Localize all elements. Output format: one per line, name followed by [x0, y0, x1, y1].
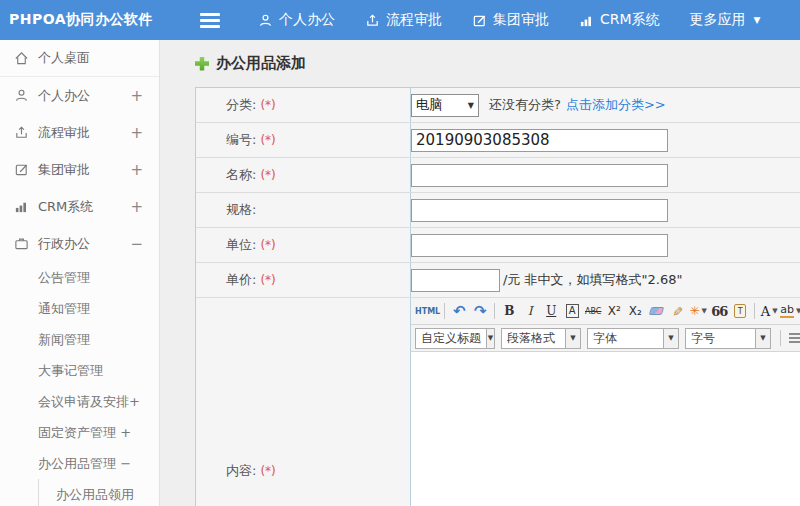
- expand-indicator: +: [130, 198, 143, 216]
- font-size-dropdown[interactable]: 字号▼: [685, 328, 771, 349]
- underline-button[interactable]: U: [541, 301, 561, 322]
- autotypeset-button[interactable]: ✳▼: [688, 301, 708, 322]
- sidebar-item-admin-office[interactable]: 行政办公 −: [0, 225, 159, 262]
- spec-input[interactable]: [411, 199, 668, 222]
- main-content: 办公用品添加 分类: (*) 电脑 ▼ 还没有分类? 点击添加分类>> 编号: …: [160, 40, 800, 506]
- eraser-icon: [648, 307, 664, 315]
- toolbar-separator: [494, 303, 495, 319]
- nav-group-approval[interactable]: 集团审批: [472, 11, 549, 29]
- form-row-spec: 规格:: [196, 193, 800, 228]
- sidebar-subitem-office-supplies[interactable]: 办公用品管理 −: [0, 448, 159, 479]
- category-select[interactable]: 电脑 ▼: [411, 94, 479, 117]
- code-input[interactable]: [411, 129, 668, 152]
- align-left-button[interactable]: [785, 328, 800, 349]
- highlight-color-button[interactable]: ab▼: [780, 301, 800, 322]
- paragraph-format-dropdown[interactable]: 段落格式▼: [501, 328, 581, 349]
- app-logo[interactable]: PHPOA协同办公软件: [0, 11, 162, 29]
- expand-indicator: +: [130, 124, 143, 142]
- sidebar-item-label: 个人桌面: [38, 49, 143, 67]
- dropdown-label: 段落格式: [502, 330, 565, 347]
- sidebar-item-process-approval[interactable]: 流程审批 +: [0, 114, 159, 151]
- nav-process-approval[interactable]: 流程审批: [365, 11, 442, 29]
- eraser-button[interactable]: [646, 301, 666, 322]
- field-label: 编号:: [226, 131, 256, 149]
- form-row-unit: 单位: (*): [196, 228, 800, 263]
- caret-down-icon: ▼: [468, 101, 474, 110]
- sidebar-item-group-approval[interactable]: 集团审批 +: [0, 151, 159, 188]
- sidebar-item-desktop[interactable]: 个人桌面: [0, 40, 159, 77]
- sidebar-subitem-announcement[interactable]: 公告管理: [0, 262, 159, 293]
- unit-field: [411, 228, 800, 262]
- sidebar-item-label: 流程审批: [38, 124, 130, 142]
- expand-indicator: −: [130, 235, 143, 253]
- spec-field: [411, 193, 800, 227]
- nav-more-apps[interactable]: 更多应用 ▼: [690, 11, 761, 29]
- sidebar-subitem-events[interactable]: 大事记管理: [0, 355, 159, 386]
- custom-title-dropdown[interactable]: 自定义标题▼: [415, 328, 495, 349]
- name-input[interactable]: [411, 164, 668, 187]
- nav-label: 更多应用: [690, 11, 746, 29]
- sidebar-subitem-fixed-assets[interactable]: 固定资产管理 +: [0, 417, 159, 448]
- process-icon: [365, 13, 380, 28]
- category-field: 电脑 ▼ 还没有分类? 点击添加分类>>: [411, 88, 800, 122]
- superscript-button[interactable]: X²: [604, 301, 624, 322]
- form-row-category: 分类: (*) 电脑 ▼ 还没有分类? 点击添加分类>>: [196, 88, 800, 123]
- font-color-button[interactable]: A▼: [759, 301, 779, 322]
- font-family-dropdown[interactable]: 字体▼: [587, 328, 679, 349]
- redo-icon[interactable]: ↷: [470, 301, 490, 322]
- form-row-code: 编号: (*): [196, 123, 800, 158]
- content-editor: HTML ↶ ↷ B I U A ABC X² X₂ ✎ ✳▼ 66 T: [411, 298, 800, 506]
- sidebar-item-crm[interactable]: CRM系统 +: [0, 188, 159, 225]
- field-label: 单位:: [226, 236, 256, 254]
- subscript-button[interactable]: X₂: [625, 301, 645, 322]
- nav-label: 集团审批: [493, 11, 549, 29]
- sidebar-item-personal-office[interactable]: 个人办公 +: [0, 77, 159, 114]
- caret-down-icon: ▼: [796, 307, 800, 315]
- caret-down-icon: ▼: [772, 307, 777, 315]
- submenu-label: 新闻管理: [38, 331, 90, 349]
- bold-button[interactable]: B: [499, 301, 519, 322]
- submenu-label: 通知管理: [38, 300, 90, 318]
- sidebar-subitem-meeting[interactable]: 会议申请及安排+: [0, 386, 159, 417]
- required-mark: (*): [260, 238, 275, 252]
- unit-input[interactable]: [411, 234, 668, 257]
- edit-icon: [14, 162, 29, 177]
- dropdown-label: 字体: [588, 330, 663, 347]
- person-icon: [258, 13, 273, 28]
- required-mark: (*): [260, 98, 275, 112]
- blockquote-button[interactable]: 66: [709, 301, 729, 322]
- form-row-content: 内容: (*) HTML ↶ ↷ B I U A ABC X² X₂: [196, 298, 800, 506]
- nav-personal-office[interactable]: 个人办公: [258, 11, 335, 29]
- italic-button[interactable]: I: [520, 301, 540, 322]
- sidebar-item-label: CRM系统: [38, 198, 130, 216]
- code-field: [411, 123, 800, 157]
- format-painter-button[interactable]: ✎: [667, 301, 688, 321]
- align-left-icon: [789, 333, 800, 343]
- editor-text-area[interactable]: [411, 352, 800, 506]
- price-label: 单价: (*): [196, 263, 411, 297]
- sidebar-subitem-supplies-claim[interactable]: 办公用品领用: [39, 479, 159, 506]
- magic-wand-icon: ✳: [689, 304, 699, 318]
- spec-label: 规格:: [196, 193, 411, 227]
- paste-text-button[interactable]: T: [730, 301, 750, 322]
- sidebar-item-label: 行政办公: [38, 235, 130, 253]
- menu-toggle-icon[interactable]: [200, 13, 220, 28]
- caret-down-icon: ▼: [565, 329, 580, 348]
- html-source-button[interactable]: HTML: [415, 301, 440, 322]
- sidebar-subitem-notice[interactable]: 通知管理: [0, 293, 159, 324]
- strikethrough-button[interactable]: ABC: [583, 301, 603, 322]
- top-navigation: 个人办公 流程审批 集团审批 CRM系统 更多应用 ▼: [258, 11, 761, 29]
- supply-add-form: 分类: (*) 电脑 ▼ 还没有分类? 点击添加分类>> 编号: (*): [195, 87, 800, 506]
- chart-icon: [14, 199, 29, 214]
- add-category-link[interactable]: 点击添加分类>>: [566, 96, 666, 114]
- sidebar-subitem-news[interactable]: 新闻管理: [0, 324, 159, 355]
- caret-down-icon: ▼: [663, 329, 678, 348]
- undo-icon[interactable]: ↶: [449, 301, 469, 322]
- required-mark: (*): [260, 168, 275, 182]
- price-input[interactable]: [411, 269, 500, 292]
- dropdown-label: 自定义标题: [416, 330, 486, 347]
- font-border-button[interactable]: A: [562, 301, 582, 322]
- dropdown-label: 字号: [686, 330, 755, 347]
- nav-label: CRM系统: [600, 11, 660, 29]
- nav-crm-system[interactable]: CRM系统: [579, 11, 660, 29]
